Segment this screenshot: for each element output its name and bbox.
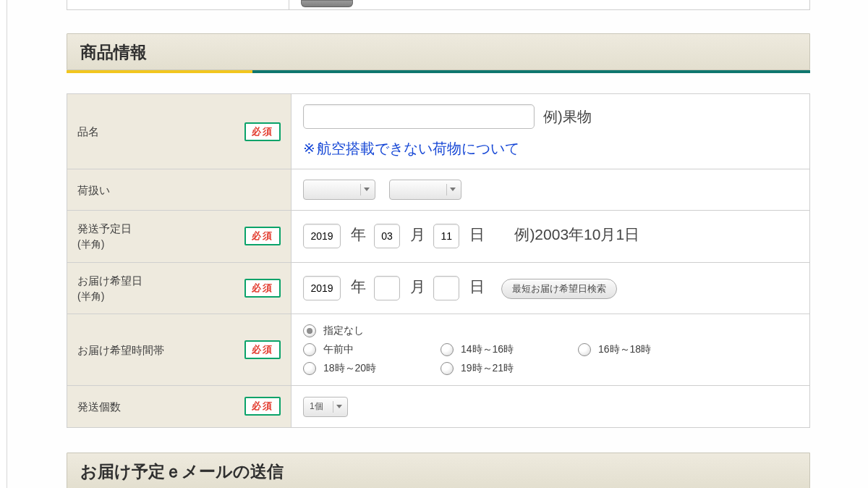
- required-badge: 必須: [244, 227, 281, 245]
- lookup-earliest-date-button[interactable]: 最短お届け希望日検索: [501, 279, 617, 299]
- handling-select-1[interactable]: [303, 180, 375, 200]
- required-badge: 必須: [244, 279, 281, 298]
- time-option-none[interactable]: 指定なし: [303, 324, 433, 337]
- field-item-name: 例)果物 ※航空搭載できない荷物について: [292, 94, 810, 169]
- field-ship-date: 年 月 日 例)2003年10月1日: [292, 211, 810, 263]
- ship-date-example: 例)2003年10月1日: [514, 226, 639, 243]
- radio-label: 指定なし: [323, 324, 364, 337]
- field-deliver-date: 年 月 日 最短お届け希望日検索: [292, 262, 810, 314]
- note-asterisk: ※: [303, 140, 315, 156]
- label-quantity: 発送個数 必須: [67, 386, 292, 428]
- unit-day: 日: [469, 278, 485, 295]
- air-restriction-link[interactable]: 航空搭載できない荷物について: [317, 140, 519, 156]
- label-ship-date: 発送予定日 (半角) 必須: [67, 211, 292, 263]
- time-option-14-16[interactable]: 14時～16時: [441, 343, 571, 356]
- product-info-form: 品名 必須 例)果物 ※航空搭載できない荷物について: [67, 93, 810, 428]
- radio-icon: [441, 362, 454, 375]
- section-title: お届け予定ｅメールの送信: [80, 462, 284, 481]
- label-text: 発送個数: [77, 399, 121, 414]
- label-text: お届け希望時間帯: [77, 342, 164, 358]
- ship-month-input[interactable]: [374, 224, 400, 248]
- unit-day: 日: [469, 226, 485, 243]
- unit-year: 年: [351, 226, 366, 243]
- radio-label: 午前中: [323, 343, 354, 356]
- field-quantity: 1個: [292, 386, 810, 428]
- handling-select-2[interactable]: [389, 180, 461, 200]
- unit-month: 月: [410, 278, 425, 295]
- radio-label: 18時～20時: [323, 362, 376, 375]
- required-badge: 必須: [244, 122, 281, 141]
- radio-icon: [303, 324, 316, 337]
- deliver-month-input[interactable]: [374, 276, 400, 300]
- time-option-18-20[interactable]: 18時～20時: [303, 362, 433, 375]
- label-text: 発送予定日 (半角): [77, 221, 132, 252]
- label-text: 品名: [77, 124, 99, 139]
- label-text: 荷扱い: [77, 182, 110, 198]
- label-deliver-time: お届け希望時間帯 必須: [67, 314, 292, 386]
- field-handling: [292, 169, 810, 211]
- chevron-down-icon: [360, 184, 370, 195]
- label-handling: 荷扱い: [67, 169, 292, 211]
- radio-label: 14時～16時: [461, 343, 514, 356]
- section-underline: [67, 70, 810, 73]
- radio-label: 16時～18時: [598, 343, 651, 356]
- time-option-16-18[interactable]: 16時～18時: [578, 343, 708, 356]
- previous-panel-sliver: [67, 0, 810, 10]
- label-item-name: 品名 必須: [67, 94, 292, 169]
- required-badge: 必須: [244, 340, 281, 359]
- left-rail: [0, 0, 7, 488]
- quantity-value: 1個: [310, 400, 323, 413]
- radio-label: 19時～21時: [461, 362, 514, 375]
- label-deliver-date: お届け希望日 (半角) 必須: [67, 262, 292, 314]
- label-text: お届け希望日 (半角): [77, 273, 142, 304]
- field-deliver-time: 指定なし 午前中 14時～16時 16時～: [292, 314, 810, 386]
- radio-icon: [303, 343, 316, 356]
- section-title: 商品情報: [80, 43, 147, 62]
- ship-day-input[interactable]: [433, 224, 459, 248]
- radio-icon: [441, 343, 454, 356]
- time-option-19-21[interactable]: 19時～21時: [441, 362, 571, 375]
- item-name-input[interactable]: [303, 104, 535, 129]
- time-option-am[interactable]: 午前中: [303, 343, 433, 356]
- radio-icon: [578, 343, 591, 356]
- section-email-header: お届け予定ｅメールの送信: [67, 453, 810, 488]
- item-name-example: 例)果物: [543, 107, 592, 127]
- required-badge: 必須: [244, 397, 281, 416]
- prev-button-sliver: [301, 0, 353, 7]
- unit-month: 月: [410, 226, 425, 243]
- radio-icon: [303, 362, 316, 375]
- deliver-year-input[interactable]: [303, 276, 341, 300]
- ship-year-input[interactable]: [303, 224, 341, 248]
- chevron-down-icon: [333, 401, 343, 413]
- quantity-select[interactable]: 1個: [303, 397, 348, 417]
- unit-year: 年: [351, 278, 366, 295]
- chevron-down-icon: [446, 184, 456, 195]
- section-product-info-header: 商品情報: [67, 33, 810, 70]
- deliver-day-input[interactable]: [433, 276, 459, 300]
